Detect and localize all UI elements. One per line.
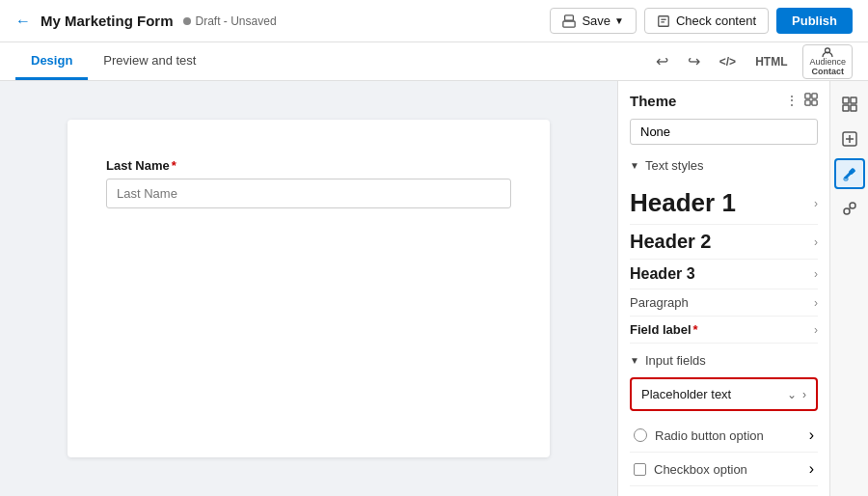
topbar-left: ← My Marketing Form Draft - Unsaved	[15, 13, 277, 30]
svg-rect-9	[812, 100, 817, 105]
field-label-required: *	[693, 322, 698, 337]
checkbox-label: Checkbox option	[654, 462, 747, 477]
check-content-button[interactable]: Check content	[644, 8, 769, 34]
publish-button[interactable]: Publish	[776, 8, 853, 34]
theme-select[interactable]: None	[630, 119, 818, 145]
placeholder-arrow-icon: ›	[802, 388, 806, 401]
tab-design[interactable]: Design	[15, 43, 88, 80]
paragraph-item[interactable]: Paragraph ›	[630, 289, 818, 317]
input-fields-label: Input fields	[645, 353, 706, 368]
html-label[interactable]: HTML	[751, 51, 791, 72]
redo-icon[interactable]: ↪	[684, 48, 704, 74]
field-label-item[interactable]: Field label* ›	[630, 317, 818, 344]
save-button[interactable]: Save ▼	[550, 8, 637, 34]
radio-chevron-icon: ›	[809, 427, 814, 444]
audience-icon	[821, 47, 834, 57]
last-name-input[interactable]	[106, 179, 511, 208]
checkbox-icon	[634, 463, 646, 476]
input-fields-chevron-icon: ▼	[630, 355, 639, 366]
add-icon	[842, 131, 857, 147]
draft-label: Draft - Unsaved	[196, 14, 277, 28]
placeholder-chevrons: ⌄ ›	[787, 388, 806, 401]
paragraph-label: Paragraph	[630, 295, 689, 310]
svg-rect-13	[851, 105, 856, 111]
svg-rect-11	[851, 97, 856, 103]
main: Last Name* Theme ⋮ None	[0, 81, 868, 496]
panel-header: Theme ⋮	[630, 93, 818, 109]
checkbox-chevron-icon: ›	[809, 460, 814, 478]
side-icons	[829, 81, 868, 496]
audience-line1: Audience	[809, 57, 846, 67]
secondbar-right: ↩ ↪ </> HTML Audience Contact	[652, 44, 853, 79]
panel-icons: ⋮	[785, 93, 818, 109]
side-link-button[interactable]	[834, 193, 865, 224]
audience-button[interactable]: Audience Contact	[802, 44, 853, 79]
topbar-right: Save ▼ Check content Publish	[550, 8, 853, 34]
more-options-icon[interactable]: ⋮	[785, 93, 799, 109]
theme-select-wrap: None	[630, 119, 818, 145]
placeholder-dropdown-icon: ⌄	[787, 388, 797, 401]
topbar: ← My Marketing Form Draft - Unsaved Save…	[0, 0, 868, 42]
layout-icon[interactable]	[804, 93, 818, 109]
header2-label: Header 2	[630, 231, 712, 253]
svg-rect-10	[843, 97, 849, 103]
svg-rect-1	[563, 21, 575, 27]
side-grid-button[interactable]	[834, 89, 865, 120]
right-panel: Theme ⋮ None ▼ Text styles Header	[617, 81, 868, 496]
field-label-label: Field label*	[630, 322, 698, 337]
header1-item[interactable]: Header 1 ›	[630, 182, 818, 225]
draft-dot	[183, 17, 191, 25]
grid-icon	[842, 96, 857, 112]
page-title: My Marketing Form	[41, 13, 174, 29]
svg-rect-2	[659, 15, 669, 26]
radio-button-label: Radio button option	[655, 428, 764, 443]
text-styles-label: Text styles	[645, 158, 704, 173]
side-add-button[interactable]	[834, 124, 865, 154]
field-label-chevron-icon: ›	[814, 323, 818, 337]
tabs: Design Preview and test	[15, 43, 211, 79]
side-paint-button[interactable]	[834, 158, 865, 189]
input-fields-section: ▼ Input fields Placeholder text ⌄ ›	[630, 353, 818, 486]
save-chevron-icon: ▼	[614, 15, 624, 26]
svg-rect-0	[565, 14, 574, 19]
code-icon[interactable]: </>	[716, 51, 740, 72]
form-container: Last Name*	[68, 120, 550, 457]
placeholder-label: Placeholder text	[641, 387, 731, 401]
panel-title: Theme	[630, 93, 676, 109]
canvas: Last Name*	[0, 81, 617, 496]
input-fields-section-header[interactable]: ▼ Input fields	[630, 353, 818, 368]
header2-item[interactable]: Header 2 ›	[630, 225, 818, 260]
text-styles-section-header[interactable]: ▼ Text styles	[630, 158, 818, 173]
secondbar: Design Preview and test ↩ ↪ </> HTML Aud…	[0, 42, 868, 81]
check-content-icon	[657, 14, 670, 28]
svg-line-22	[849, 207, 851, 209]
audience-line2: Contact	[811, 67, 844, 76]
theme-panel: Theme ⋮ None ▼ Text styles Header	[618, 81, 829, 496]
svg-rect-8	[805, 100, 810, 105]
paragraph-chevron-icon: ›	[814, 296, 818, 310]
radio-circle-icon	[634, 428, 647, 442]
header3-chevron-icon: ›	[814, 267, 818, 281]
undo-icon[interactable]: ↩	[652, 48, 672, 74]
header1-chevron-icon: ›	[814, 197, 818, 210]
svg-rect-6	[805, 94, 810, 98]
checkbox-item[interactable]: Checkbox option ›	[630, 453, 818, 486]
form-field-label: Last Name*	[106, 158, 511, 173]
header1-label: Header 1	[630, 188, 736, 218]
header2-chevron-icon: ›	[814, 235, 818, 249]
save-icon	[562, 14, 576, 28]
radio-button-item[interactable]: Radio button option ›	[630, 419, 818, 453]
link-icon	[842, 201, 857, 216]
draft-badge: Draft - Unsaved	[183, 14, 277, 28]
paint-icon	[842, 166, 857, 181]
text-styles-chevron-icon: ▼	[630, 160, 639, 171]
header3-label: Header 3	[630, 265, 695, 283]
tab-preview[interactable]: Preview and test	[88, 43, 211, 80]
back-icon[interactable]: ←	[15, 13, 31, 30]
header3-item[interactable]: Header 3 ›	[630, 260, 818, 289]
placeholder-text-item[interactable]: Placeholder text ⌄ ›	[630, 377, 818, 411]
placeholder-item-inner: Placeholder text ⌄ ›	[641, 387, 806, 401]
radio-item-left: Radio button option	[634, 428, 764, 443]
svg-rect-7	[812, 94, 817, 98]
required-star: *	[172, 158, 176, 173]
